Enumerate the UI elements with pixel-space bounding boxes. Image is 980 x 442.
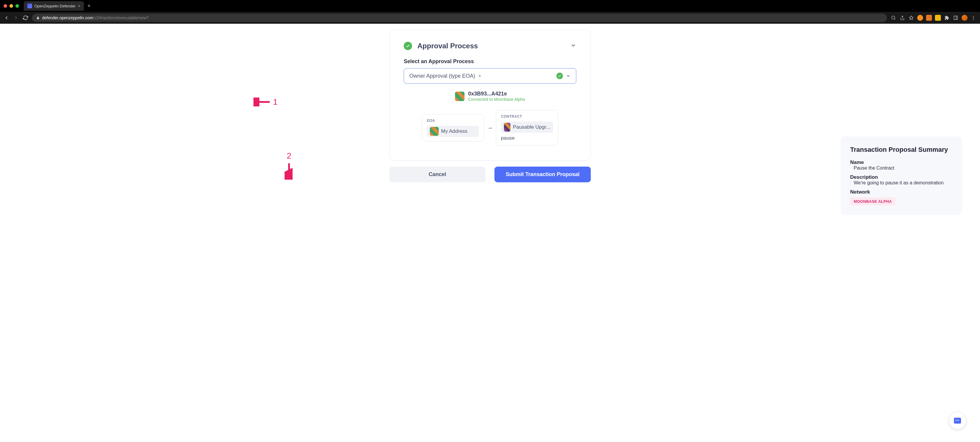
forward-button[interactable]: [13, 15, 19, 21]
lock-icon: [36, 16, 40, 19]
address-bar[interactable]: defender.openzeppelin.com/v2/#/actions/e…: [32, 14, 887, 22]
chevron-down-icon: [566, 73, 571, 78]
url-text: defender.openzeppelin.com/v2/#/actions/e…: [42, 16, 149, 20]
contract-method: pause: [501, 135, 553, 141]
contract-identicon: [504, 123, 511, 132]
profile-avatar[interactable]: [962, 15, 967, 21]
button-row: Cancel Submit Transaction Proposal: [389, 167, 591, 182]
svg-point-5: [973, 16, 974, 17]
svg-point-7: [973, 19, 974, 19]
back-button[interactable]: [3, 15, 10, 21]
address-bar-row: defender.openzeppelin.com/v2/#/actions/e…: [0, 12, 980, 24]
section-title: Approval Process: [417, 42, 478, 50]
field-label: Select an Approval Process: [404, 59, 576, 65]
minimize-window-button[interactable]: [10, 4, 13, 8]
section-header[interactable]: Approval Process: [404, 42, 576, 50]
selected-value: Owner Approval (type EOA): [409, 73, 475, 79]
menu-icon[interactable]: [970, 15, 977, 21]
approval-process-select[interactable]: Owner Approval (type EOA) ×: [404, 68, 576, 84]
contract-box: CONTRACT Pausable Upgr... pause: [496, 110, 558, 146]
eoa-tag: My Address: [427, 126, 479, 137]
svg-rect-3: [954, 16, 958, 19]
wallet-info: 0x3B93...A421e Connected to Moonbase Alp…: [404, 91, 576, 102]
network-badge: MOONBASE ALPHA: [850, 197, 896, 205]
page-content: Approval Process Select an Approval Proc…: [0, 24, 980, 442]
toolbar-right: [891, 15, 977, 21]
svg-point-0: [892, 16, 895, 19]
extension-icon-3[interactable]: [935, 15, 941, 21]
eoa-box: EOA My Address: [422, 114, 484, 142]
annotation-1: 1: [253, 97, 278, 107]
summary-description-value: We're going to pause it as a demonstrati…: [854, 180, 953, 186]
wallet-status: Connected to Moonbase Alpha: [468, 97, 525, 102]
chevron-down-icon[interactable]: [570, 42, 576, 49]
close-window-button[interactable]: [3, 4, 7, 8]
cancel-button[interactable]: Cancel: [389, 167, 485, 182]
contract-tag: Pausable Upgr...: [501, 122, 553, 133]
window-controls: [3, 4, 19, 8]
annotation-2: 2: [285, 151, 293, 180]
svg-point-6: [973, 17, 974, 18]
summary-name-value: Pause the Contract: [854, 165, 953, 171]
eoa-identicon: [430, 127, 439, 136]
new-tab-button[interactable]: +: [88, 3, 91, 9]
summary-panel: Transaction Proposal Summary Name Pause …: [841, 136, 962, 215]
contract-name: Pausable Upgr...: [513, 124, 550, 130]
summary-network-label: Network: [850, 189, 953, 195]
summary-description-label: Description: [850, 174, 953, 180]
submit-button[interactable]: Submit Transaction Proposal: [495, 167, 591, 182]
contract-label: CONTRACT: [501, 114, 553, 119]
tab-bar: OpenZeppelin Defender × +: [0, 0, 980, 12]
check-circle-icon: [404, 42, 412, 50]
wallet-identicon: [455, 92, 465, 101]
approval-process-card: Approval Process Select an Approval Proc…: [389, 30, 591, 161]
valid-check-icon: [557, 73, 563, 79]
panel-icon[interactable]: [953, 15, 959, 21]
clear-selection-icon[interactable]: ×: [478, 73, 481, 79]
extension-icon-2[interactable]: [926, 15, 932, 21]
zoom-icon[interactable]: [891, 15, 896, 21]
summary-name-label: Name: [850, 159, 953, 165]
reload-button[interactable]: [22, 15, 29, 21]
eoa-label: EOA: [427, 119, 479, 123]
svg-marker-2: [909, 16, 913, 19]
browser-chrome: OpenZeppelin Defender × + defender.openz…: [0, 0, 980, 24]
svg-line-1: [894, 19, 895, 19]
chat-icon: [954, 418, 961, 424]
tab-title: OpenZeppelin Defender: [34, 4, 76, 8]
chat-bubble-button[interactable]: [949, 412, 966, 429]
arrow-right-icon: →: [487, 124, 493, 131]
maximize-window-button[interactable]: [16, 4, 19, 8]
browser-tab[interactable]: OpenZeppelin Defender ×: [24, 1, 84, 11]
wallet-address: 0x3B93...A421e: [468, 91, 525, 97]
close-tab-icon[interactable]: ×: [78, 3, 80, 8]
eoa-name: My Address: [441, 128, 468, 134]
transaction-flow: EOA My Address → CONTRACT Pausable Upgr.…: [404, 110, 576, 146]
tab-favicon: [27, 3, 32, 8]
bookmark-icon[interactable]: [908, 15, 914, 21]
extensions-icon[interactable]: [944, 15, 950, 21]
share-icon[interactable]: [899, 15, 905, 21]
extension-icon-1[interactable]: [917, 15, 923, 21]
summary-title: Transaction Proposal Summary: [850, 146, 953, 154]
